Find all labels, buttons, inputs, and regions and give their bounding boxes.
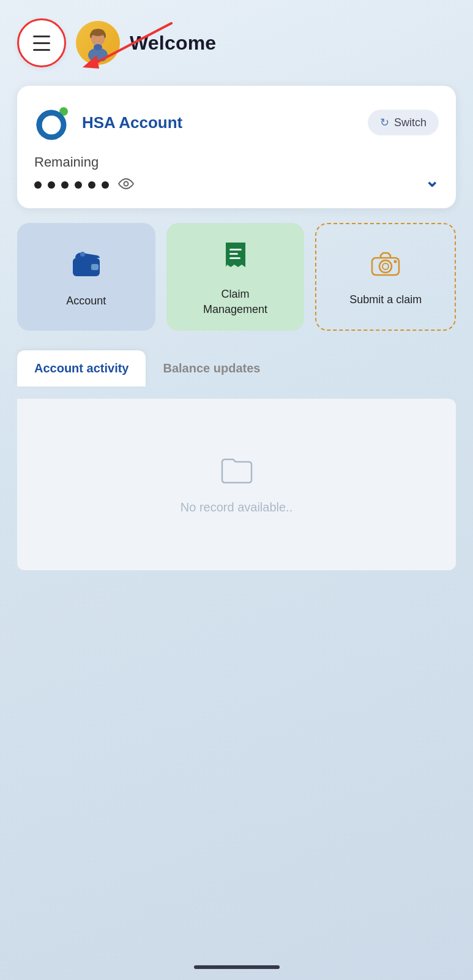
tab-account-activity-label: Account activity [34,361,128,375]
dot-1 [34,181,42,189]
remaining-label: Remaining [34,154,135,170]
menu-line-3 [33,49,50,51]
dot-6 [102,181,109,189]
tab-balance-updates-label: Balance updates [163,361,260,375]
svg-point-17 [379,260,392,273]
svg-rect-11 [91,264,99,270]
avatar[interactable] [76,21,120,65]
account-label: Account [66,293,106,309]
svg-point-4 [91,29,105,36]
menu-line-1 [33,36,50,37]
eye-icon[interactable] [117,176,135,194]
claim-management-label: ClaimManagement [203,287,267,317]
dot-5 [88,181,95,189]
account-card[interactable]: Account [17,223,155,331]
switch-label: Switch [394,116,426,129]
switch-icon: ↻ [380,116,389,129]
dots-row [34,176,135,194]
no-record-text: No record available.. [181,500,292,514]
hsa-account-title: HSA Account [82,113,182,132]
svg-point-18 [382,263,389,270]
tabs-container: Account activity Balance updates [17,350,456,386]
camera-icon [370,251,401,284]
svg-rect-15 [229,257,240,259]
switch-button[interactable]: ↻ Switch [368,110,439,135]
content-area: No record available.. [17,399,456,570]
chevron-down-icon[interactable]: ⌄ [425,171,439,191]
menu-button[interactable] [17,18,66,67]
hsa-account-card: HSA Account ↻ Switch Remaining [17,86,456,208]
home-indicator [194,965,280,969]
avatar-image [80,24,116,61]
hsa-logo-icon [34,103,73,142]
tab-account-activity[interactable]: Account activity [17,350,146,386]
menu-button-wrapper [17,18,66,67]
welcome-text: Welcome [130,32,216,55]
menu-line-2 [33,42,50,44]
tab-balance-updates[interactable]: Balance updates [146,350,277,386]
dot-3 [61,181,69,189]
hsa-card-bottom: Remaining ⌄ [34,154,439,194]
svg-rect-14 [229,253,238,255]
submit-claim-card[interactable]: Submit a claim [315,223,456,331]
svg-point-12 [80,252,85,257]
hsa-logo-title: HSA Account [34,103,182,142]
submit-claim-label: Submit a claim [349,292,422,307]
dot-2 [48,181,55,189]
wallet-icon [70,249,102,285]
dot-4 [75,181,82,189]
action-grid: Account ClaimManagement [17,223,456,331]
folder-icon [220,454,254,492]
svg-point-6 [94,44,102,50]
claim-management-card[interactable]: ClaimManagement [166,223,305,331]
svg-point-19 [394,260,397,263]
header: Welcome [0,0,473,80]
svg-rect-13 [229,249,242,251]
hsa-card-top: HSA Account ↻ Switch [34,103,439,142]
remaining-section: Remaining [34,154,135,194]
svg-point-9 [124,182,128,186]
receipt-icon [221,240,250,278]
